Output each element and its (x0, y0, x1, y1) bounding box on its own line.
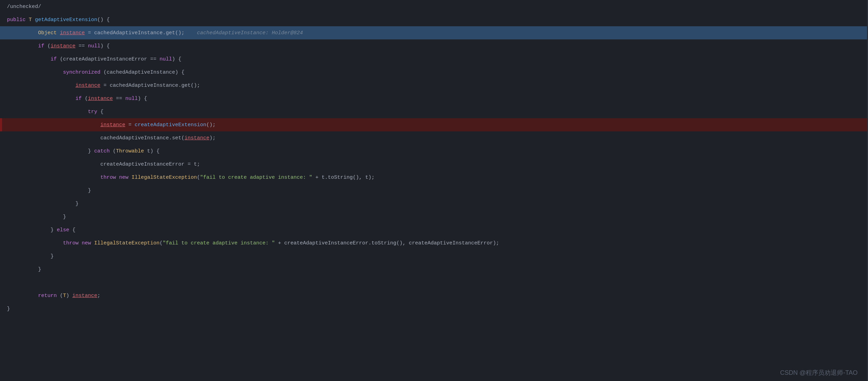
code-line-14: throw new IllegalStateException("fail to… (0, 171, 868, 184)
code-line-16: } (0, 197, 868, 210)
highlight-border-red (0, 118, 2, 131)
code-line-1: /unchecked/ (0, 0, 868, 13)
code-line-20: } (0, 250, 868, 263)
watermark: CSDN @程序员劝退师-TAO (780, 369, 858, 377)
code-line-8: if (instance == null) { (0, 92, 868, 105)
code-line-15: } (0, 184, 868, 197)
code-line-3: Object instance = cachedAdaptiveInstance… (0, 26, 868, 39)
code-line-22 (0, 276, 868, 289)
code-editor: /unchecked/ public T getAdaptiveExtensio… (0, 0, 868, 381)
code-line-19: throw new IllegalStateException("fail to… (0, 236, 868, 250)
code-line-17: } (0, 210, 868, 223)
highlight-border (0, 26, 2, 39)
code-line-21: } (0, 263, 868, 276)
code-line-23: return (T) instance; (0, 289, 868, 302)
code-line-24: } (0, 302, 868, 315)
